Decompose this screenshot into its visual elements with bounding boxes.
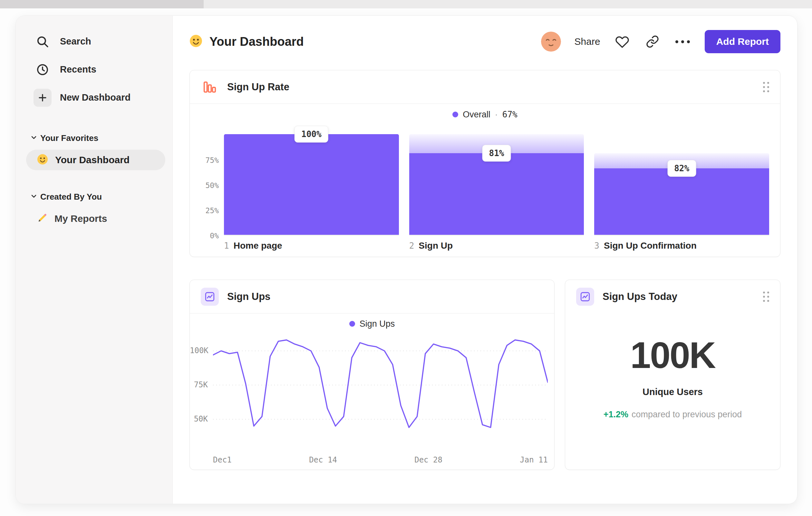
sidebar-item-my-reports[interactable]: My Reports: [26, 208, 165, 229]
share-button[interactable]: Share: [575, 36, 600, 47]
page-header: Your Dashboard Share: [190, 29, 780, 54]
funnel-bar-home-page[interactable]: 100%: [224, 135, 399, 236]
step-name: Home page: [234, 241, 282, 251]
funnel-step-label: 1 Home page: [224, 241, 399, 251]
bar-solid-segment: [224, 134, 399, 235]
sidebar-item-label: New Dashboard: [60, 92, 130, 103]
more-options-button[interactable]: [674, 33, 691, 50]
main-content: Your Dashboard Share: [173, 16, 797, 504]
clock-icon: [33, 61, 52, 79]
card-sign-ups-today: Sign Ups Today 100K Unique Users +1.2%co…: [565, 280, 780, 470]
plus-icon: [33, 89, 52, 107]
section-label: Created By You: [40, 192, 102, 202]
legend-label: Overall: [463, 110, 490, 120]
step-name: Sign Up Confirmation: [604, 241, 697, 251]
drag-handle-icon[interactable]: [763, 82, 769, 92]
funnel-bar-sign-up-confirmation[interactable]: 82%: [594, 135, 769, 236]
sidebar-item-search[interactable]: Search: [16, 27, 172, 55]
page-title: Your Dashboard: [209, 35, 304, 49]
funnel-value-badge: 82%: [667, 160, 696, 177]
page-title-group: Your Dashboard: [190, 34, 304, 49]
chevron-down-icon: [30, 134, 38, 142]
section-header-created-by-you[interactable]: Created By You: [16, 188, 172, 205]
header-actions: Share Add Report: [541, 30, 780, 53]
favorite-heart-button[interactable]: [614, 33, 631, 50]
section-header-your-favorites[interactable]: Your Favorites: [16, 130, 172, 146]
card-title: Sign Ups Today: [603, 291, 755, 302]
kpi-label: Unique Users: [565, 387, 780, 397]
top-strip-left-segment: [0, 0, 204, 8]
sidebar-item-new-dashboard[interactable]: New Dashboard: [16, 84, 172, 112]
legend-dot: [453, 112, 458, 117]
card-header: Sign Ups: [190, 280, 554, 314]
funnel-value-badge: 81%: [482, 145, 511, 162]
x-tick: Dec 28: [414, 455, 442, 464]
search-icon: [33, 33, 52, 51]
app-window: Search Recents New Dashboard: [16, 16, 798, 504]
top-strip: [0, 0, 812, 8]
funnel-bars: 100% 81% 82%: [224, 135, 769, 236]
sidebar-item-label: Search: [60, 36, 91, 47]
y-tick: 50K: [190, 414, 208, 424]
line-x-axis: Dec1 Dec 14 Dec 28 Jan 11: [213, 454, 548, 466]
step-number: 1: [224, 241, 229, 251]
sidebar: Search Recents New Dashboard: [16, 16, 173, 504]
card-header: Sign Ups Today: [565, 280, 780, 314]
y-tick: 75K: [190, 380, 208, 389]
kpi-delta: +1.2%: [604, 410, 628, 419]
section-your-favorites: Your Favorites Your Dashboard: [16, 130, 172, 170]
y-tick: 100K: [190, 346, 208, 355]
kpi-value: 100K: [565, 337, 780, 374]
funnel-step-label: 3 Sign Up Confirmation: [594, 241, 769, 251]
y-tick: 0%: [210, 232, 219, 240]
axis-spacer: [201, 241, 224, 251]
card-title: Sign Up Rate: [227, 81, 755, 93]
legend-separator: ·: [495, 110, 498, 120]
sign-ups-series-line: [213, 340, 548, 427]
drag-handle-icon[interactable]: [763, 292, 769, 302]
funnel-chart: 75% 50% 25% 0% 100%: [190, 135, 780, 236]
card-title: Sign Ups: [227, 291, 543, 302]
x-tick: Jan 11: [520, 455, 548, 464]
step-number: 2: [409, 241, 414, 251]
section-created-by-you: Created By You My Reports: [16, 188, 172, 229]
smiley-icon: [190, 34, 202, 49]
card-sign-ups: Sign Ups Sign Ups 100K 75K 50K: [190, 280, 555, 470]
kpi-delta-text: compared to previous period: [632, 410, 742, 419]
step-name: Sign Up: [418, 241, 453, 251]
chevron-down-icon: [30, 192, 38, 201]
sidebar-item-label: Your Dashboard: [55, 155, 129, 165]
sidebar-item-recents[interactable]: Recents: [16, 55, 172, 84]
line-chart-icon: [201, 288, 219, 306]
bar-solid-segment: [409, 153, 584, 235]
sidebar-item-label: Recents: [60, 64, 96, 75]
funnel-x-labels: 1 Home page 2 Sign Up 3 Sign Up Confirma…: [224, 241, 769, 251]
add-report-button[interactable]: Add Report: [705, 30, 780, 53]
copy-link-button[interactable]: [644, 33, 661, 50]
legend-dot: [349, 321, 355, 327]
line-chart[interactable]: 100K 75K 50K Dec1 Dec 14 Dec 28: [190, 334, 554, 466]
step-number: 3: [594, 241, 599, 251]
kpi-delta-row: +1.2%compared to previous period: [565, 410, 780, 419]
x-tick: Dec1: [213, 455, 232, 464]
y-tick: 75%: [205, 156, 219, 164]
x-tick: Dec 14: [309, 455, 337, 464]
sidebar-item-your-dashboard[interactable]: Your Dashboard: [26, 150, 165, 170]
y-tick: 50%: [205, 181, 219, 190]
funnel-value-badge: 100%: [294, 126, 328, 142]
screen: Search Recents New Dashboard: [0, 0, 812, 516]
card-sign-up-rate: Sign Up Rate Overall · 67% 75% 50% 25% 0…: [190, 70, 780, 257]
user-avatar[interactable]: [541, 32, 561, 52]
bar-solid-segment: [594, 168, 769, 235]
line-legend[interactable]: Sign Ups: [190, 314, 554, 334]
funnel-bar-sign-up[interactable]: 81%: [409, 135, 584, 236]
cards-row: Sign Ups Sign Ups 100K 75K 50K: [190, 280, 780, 470]
y-tick: 25%: [205, 207, 219, 215]
line-chart-icon: [576, 288, 594, 306]
legend-label: Sign Ups: [359, 319, 395, 329]
funnel-chart-icon: [201, 78, 219, 96]
funnel-x-axis: 1 Home page 2 Sign Up 3 Sign Up Confirma…: [190, 241, 780, 251]
funnel-legend[interactable]: Overall · 67%: [190, 104, 780, 125]
smiley-icon: [37, 154, 48, 166]
legend-value: 67%: [502, 110, 518, 119]
